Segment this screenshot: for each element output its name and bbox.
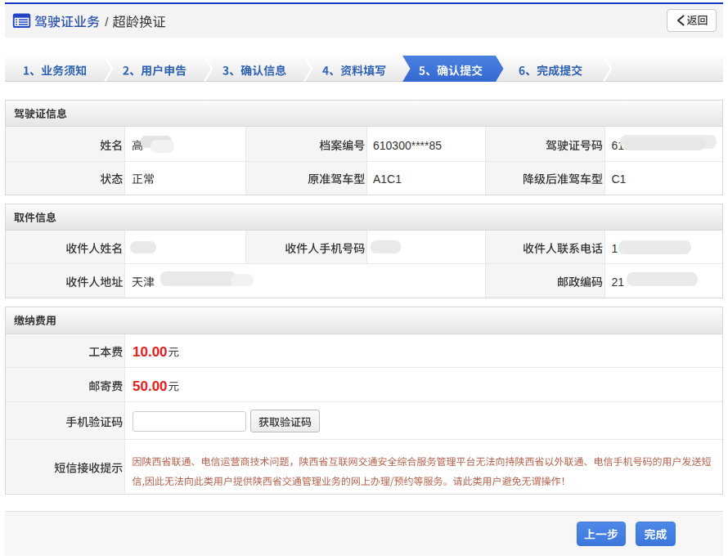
svg-text:C1: C1: [612, 172, 627, 186]
svg-text:A1C1: A1C1: [373, 172, 402, 186]
svg-text:/: /: [105, 15, 109, 29]
svg-text:1: 1: [612, 242, 618, 255]
svg-text:10.00: 10.00: [133, 344, 168, 360]
svg-text:50.00: 50.00: [133, 379, 168, 394]
svg-text:21: 21: [612, 276, 625, 289]
svg-text:610300****85: 610300****85: [373, 139, 442, 152]
